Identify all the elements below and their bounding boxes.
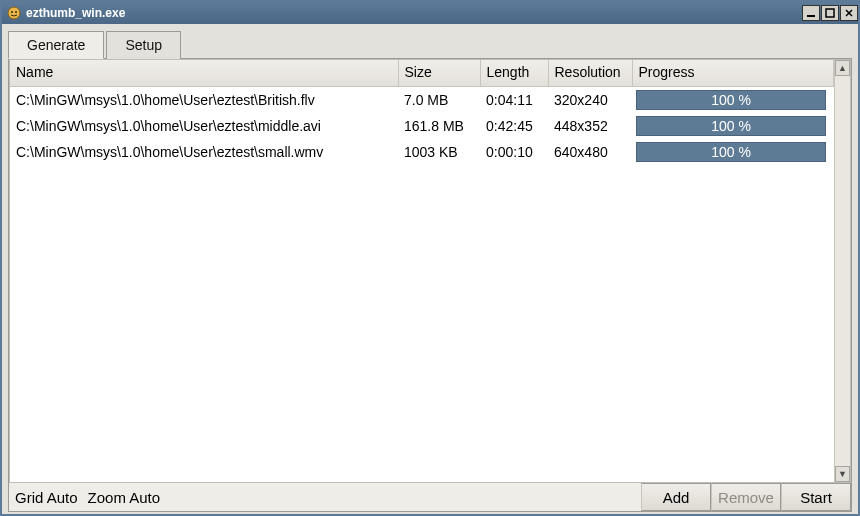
minimize-button[interactable] <box>802 5 820 21</box>
cell-name: C:\MinGW\msys\1.0\home\User\eztest\Briti… <box>10 87 398 114</box>
maximize-button[interactable] <box>821 5 839 21</box>
scroll-up-icon[interactable]: ▲ <box>835 60 850 76</box>
status-grid: Grid Auto <box>15 489 78 506</box>
table-row[interactable]: C:\MinGW\msys\1.0\home\User\eztest\middl… <box>10 113 834 139</box>
app-window: ezthumb_win.exe Generate Setup <box>0 0 860 516</box>
status-text: Grid Auto Zoom Auto <box>9 483 641 511</box>
window-title: ezthumb_win.exe <box>26 6 801 20</box>
col-size[interactable]: Size <box>398 60 480 87</box>
svg-point-1 <box>11 11 13 13</box>
scroll-down-icon[interactable]: ▼ <box>835 466 850 482</box>
close-button[interactable] <box>840 5 858 21</box>
status-bar: Grid Auto Zoom Auto Add Remove Start <box>9 483 851 511</box>
cell-resolution: 640x480 <box>548 139 632 165</box>
cell-progress: 100 % <box>632 139 834 165</box>
scroll-track[interactable] <box>835 76 850 466</box>
cell-progress: 100 % <box>632 113 834 139</box>
button-row: Add Remove Start <box>641 483 851 511</box>
svg-rect-3 <box>807 15 815 17</box>
cell-name: C:\MinGW\msys\1.0\home\User\eztest\small… <box>10 139 398 165</box>
progress-bar: 100 % <box>636 90 826 110</box>
file-list-view[interactable]: Name Size Length Resolution Progress C:\… <box>10 60 834 482</box>
svg-point-0 <box>8 7 20 19</box>
table-header-row: Name Size Length Resolution Progress <box>10 60 834 87</box>
status-zoom: Zoom Auto <box>88 489 161 506</box>
tabs: Generate Setup <box>8 30 852 58</box>
tab-generate[interactable]: Generate <box>8 31 104 59</box>
cell-length: 0:04:11 <box>480 87 548 114</box>
table-row[interactable]: C:\MinGW\msys\1.0\home\User\eztest\small… <box>10 139 834 165</box>
cell-length: 0:42:45 <box>480 113 548 139</box>
tab-panel: Name Size Length Resolution Progress C:\… <box>8 58 852 512</box>
file-list: Name Size Length Resolution Progress C:\… <box>9 59 851 483</box>
cell-size: 161.8 MB <box>398 113 480 139</box>
cell-size: 7.0 MB <box>398 87 480 114</box>
titlebar[interactable]: ezthumb_win.exe <box>2 2 858 24</box>
app-icon <box>6 5 22 21</box>
cell-progress: 100 % <box>632 87 834 114</box>
window-controls <box>801 5 858 21</box>
cell-size: 1003 KB <box>398 139 480 165</box>
cell-resolution: 320x240 <box>548 87 632 114</box>
cell-length: 0:00:10 <box>480 139 548 165</box>
cell-name: C:\MinGW\msys\1.0\home\User\eztest\middl… <box>10 113 398 139</box>
progress-bar: 100 % <box>636 142 826 162</box>
vertical-scrollbar[interactable]: ▲ ▼ <box>834 60 850 482</box>
col-length[interactable]: Length <box>480 60 548 87</box>
client-area: Generate Setup <box>2 24 858 514</box>
cell-resolution: 448x352 <box>548 113 632 139</box>
remove-button[interactable]: Remove <box>711 483 781 511</box>
table-row[interactable]: C:\MinGW\msys\1.0\home\User\eztest\Briti… <box>10 87 834 114</box>
add-button[interactable]: Add <box>641 483 711 511</box>
tab-setup[interactable]: Setup <box>106 31 181 59</box>
svg-rect-4 <box>826 9 834 17</box>
progress-bar: 100 % <box>636 116 826 136</box>
col-resolution[interactable]: Resolution <box>548 60 632 87</box>
svg-point-2 <box>15 11 17 13</box>
col-progress[interactable]: Progress <box>632 60 834 87</box>
col-name[interactable]: Name <box>10 60 398 87</box>
start-button[interactable]: Start <box>781 483 851 511</box>
